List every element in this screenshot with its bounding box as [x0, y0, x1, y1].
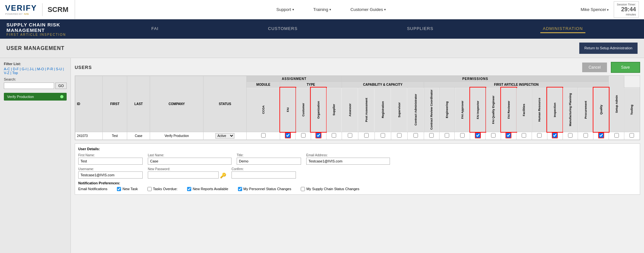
nav-customer-guides[interactable]: Customer Guides	[350, 7, 386, 12]
search-label: Search:	[4, 77, 67, 81]
username-input[interactable]	[78, 171, 143, 179]
cb-quality[interactable]	[599, 133, 603, 138]
th-first: FIRST	[102, 76, 127, 132]
cb-human-resource[interactable]	[537, 133, 542, 138]
cb-registration[interactable]	[381, 133, 385, 138]
cb-post-assessment[interactable]	[364, 133, 369, 138]
cell-setup-admin[interactable]	[624, 132, 639, 140]
page-header: USER MANAGEMENT Return to Setup Administ…	[0, 39, 644, 58]
cb-supply-chain-status[interactable]	[301, 187, 305, 191]
cancel-button[interactable]: Cancel	[582, 63, 607, 72]
username-group: Username:	[78, 167, 143, 179]
sec-nav-administration[interactable]: ADMINISTRATION	[540, 25, 585, 33]
cb-engineering[interactable]	[445, 133, 449, 138]
cb-manufacturing[interactable]	[568, 133, 573, 138]
cell-procurement[interactable]	[578, 132, 593, 140]
cb-new-reports[interactable]	[187, 187, 191, 191]
cell-tooling[interactable]	[609, 132, 624, 140]
password-input[interactable]	[148, 171, 219, 179]
cb-inspection[interactable]	[553, 133, 557, 138]
cb-ccoa[interactable]	[261, 133, 266, 138]
cb-customer[interactable]	[301, 133, 306, 138]
sec-nav-suppliers[interactable]: SUPPLIERS	[404, 25, 436, 33]
nav-support[interactable]: Support	[276, 7, 294, 12]
cb-organization[interactable]	[316, 133, 321, 138]
cell-fai-approver[interactable]	[455, 132, 470, 140]
status-select[interactable]: Active Inactive	[215, 133, 234, 139]
key-icon[interactable]: 🔑	[220, 172, 226, 179]
return-to-setup-btn[interactable]: Return to Setup Administration	[579, 43, 638, 54]
filter-links[interactable]: A-C | D-F | G-I | J-L | M-O | P-R | S-U …	[4, 67, 67, 75]
env-badge: Verify Production	[4, 93, 67, 101]
cb-contract-review[interactable]	[429, 133, 434, 138]
cb-supplier[interactable]	[332, 133, 336, 138]
cb-fai-approver[interactable]	[460, 133, 465, 138]
notif-new-task-label: New Task	[122, 187, 137, 191]
cell-customer[interactable]	[296, 132, 311, 140]
th-company: COMPANY	[150, 76, 204, 132]
first-name-input[interactable]	[78, 158, 143, 165]
search-input[interactable]	[4, 83, 54, 89]
cell-fai-quality-engineer[interactable]	[486, 132, 501, 140]
cell-post-assessment[interactable]	[358, 132, 374, 140]
cb-personnel-status[interactable]	[238, 187, 242, 191]
cell-status[interactable]: Active Inactive	[204, 132, 247, 140]
cb-setup-admin[interactable]	[630, 133, 634, 138]
cb-procurement[interactable]	[583, 133, 588, 138]
cb-fai[interactable]	[286, 133, 290, 138]
cb-fai-quality-engineer[interactable]	[491, 133, 496, 138]
sec-nav-title: SUPPLY CHAIN RISK MANAGEMENT FIRST ARTIC…	[6, 22, 97, 36]
cb-tooling[interactable]	[614, 133, 619, 138]
nav-training[interactable]: Training	[313, 7, 331, 12]
cb-contract-admin[interactable]	[413, 133, 418, 138]
cell-engineering[interactable]	[439, 132, 455, 140]
confirm-input[interactable]	[232, 171, 296, 179]
th-tooling: Tooling	[624, 88, 639, 132]
logo-powered: POWERED BY IVIS	[5, 13, 37, 15]
cb-facilities[interactable]	[522, 133, 526, 138]
sec-nav-fai[interactable]: FAI	[149, 25, 161, 33]
confirm-label: Confirm:	[232, 167, 296, 171]
th-organization: Organization	[311, 88, 326, 132]
cell-organization[interactable]	[311, 132, 326, 140]
cell-facilities[interactable]	[516, 132, 532, 140]
th-procurement: Procurement	[578, 88, 593, 132]
cell-quality[interactable]	[593, 132, 609, 140]
email-input[interactable]	[306, 158, 390, 165]
cell-fai-reviewer[interactable]	[501, 132, 516, 140]
cell-inspection[interactable]	[547, 132, 563, 140]
top-nav-links: Support Training Customer Guides	[81, 7, 581, 12]
top-nav: VERIFY POWERED BY IVIS SCRM Support Trai…	[0, 0, 644, 19]
title-input[interactable]	[237, 158, 301, 165]
cell-ccoa[interactable]	[247, 132, 280, 140]
first-name-label: First Name:	[78, 153, 143, 157]
th-contract-review: Contract Review Coordinator	[424, 88, 439, 132]
cell-contract-review[interactable]	[424, 132, 439, 140]
cell-fai-inspector[interactable]	[470, 132, 486, 140]
sec-nav-customers[interactable]: CUSTOMERS	[265, 25, 300, 33]
session-timer: Session Timer: 29:44 minutes	[614, 1, 639, 18]
go-button[interactable]: GO	[55, 83, 67, 89]
last-name-input[interactable]	[148, 158, 232, 165]
user-menu[interactable]: Mike Spencer	[581, 7, 609, 12]
cb-fai-inspector[interactable]	[476, 133, 480, 138]
cell-contract-admin[interactable]	[407, 132, 424, 140]
cb-new-task[interactable]	[117, 187, 121, 191]
save-button[interactable]: Save	[611, 62, 640, 73]
logo-scrm: SCRM	[48, 5, 69, 14]
password-row: 🔑	[148, 171, 226, 179]
cell-supplier[interactable]	[326, 132, 342, 140]
cell-assessor[interactable]	[342, 132, 358, 140]
cb-supervisor[interactable]	[397, 133, 402, 138]
cb-fai-reviewer[interactable]	[506, 133, 511, 138]
th-post-assessment: Post Assessment	[358, 88, 374, 132]
cb-assessor[interactable]	[348, 133, 352, 138]
sec-nav-links: FAI CUSTOMERS SUPPLIERS ADMINISTRATION	[97, 25, 638, 33]
users-area: USERS Cancel Save ID FIRST LAST COMPANY …	[71, 58, 644, 253]
cell-manufacturing[interactable]	[563, 132, 578, 140]
cell-human-resource[interactable]	[532, 132, 547, 140]
cb-tasks-overdue[interactable]	[147, 187, 152, 191]
cell-supervisor[interactable]	[391, 132, 407, 140]
cell-fai[interactable]	[280, 132, 296, 140]
cell-registration[interactable]	[374, 132, 391, 140]
